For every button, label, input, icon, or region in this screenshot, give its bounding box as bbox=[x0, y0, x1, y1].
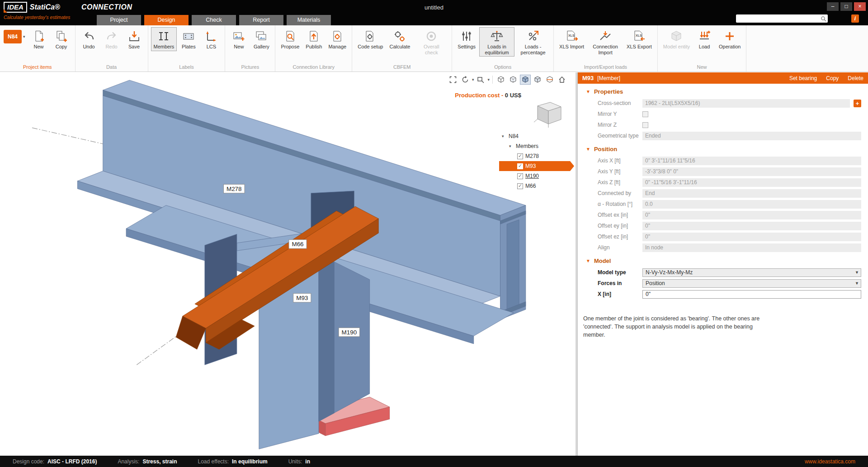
minimize-button[interactable]: – bbox=[827, 2, 839, 11]
tab-check[interactable]: Check bbox=[192, 15, 236, 25]
xls-import-button[interactable]: XLS XLS Import bbox=[557, 27, 587, 51]
section-view-button[interactable] bbox=[544, 75, 555, 85]
model-type-dropdown[interactable]: N-Vy-Vz-Mx-My-Mz▼ bbox=[642, 268, 861, 277]
visibility-checkbox[interactable] bbox=[517, 153, 523, 159]
copy-project-item-button[interactable]: Copy bbox=[51, 27, 72, 51]
visibility-checkbox[interactable] bbox=[517, 163, 523, 169]
chevron-down-icon[interactable]: ▾ bbox=[23, 34, 25, 39]
member-label-m93[interactable]: M93 bbox=[293, 293, 311, 302]
forces-in-dropdown[interactable]: Position▼ bbox=[642, 279, 861, 288]
button-label: Operation bbox=[719, 44, 741, 50]
tree-node-n84[interactable]: ▾ N84 bbox=[499, 131, 574, 141]
collapse-icon[interactable]: ▾ bbox=[502, 134, 506, 138]
view-solid-button[interactable] bbox=[520, 75, 531, 85]
tree-item-m93[interactable]: M93 bbox=[499, 161, 574, 171]
view-wireframe-button[interactable] bbox=[495, 75, 506, 85]
publish-button[interactable]: Publish bbox=[303, 27, 325, 51]
tab-report[interactable]: Report bbox=[239, 15, 283, 25]
tree-item-m190[interactable]: M190 bbox=[499, 171, 574, 181]
collapse-icon[interactable]: ▼ bbox=[586, 89, 590, 94]
status-label: Design code: bbox=[13, 458, 44, 465]
view-solid-icon bbox=[521, 76, 529, 84]
button-label: Load bbox=[699, 44, 710, 50]
tab-project[interactable]: Project bbox=[97, 15, 141, 25]
field-label: Axis Y [ft] bbox=[598, 168, 642, 175]
statusbar: Design code: AISC - LRFD (2016) Analysis… bbox=[0, 456, 868, 467]
calculate-button[interactable]: Calculate bbox=[387, 27, 413, 51]
tab-design[interactable]: Design bbox=[144, 15, 189, 25]
add-cross-section-button[interactable]: + bbox=[854, 100, 861, 107]
collapse-icon[interactable]: ▼ bbox=[586, 258, 590, 263]
home-view-button[interactable] bbox=[557, 75, 567, 85]
new-picture-icon bbox=[232, 29, 245, 43]
gallery-button[interactable]: Gallery bbox=[250, 27, 272, 51]
lcs-labels-toggle[interactable]: LCS bbox=[200, 27, 222, 51]
fit-view-button[interactable] bbox=[448, 75, 458, 85]
rotation-row: α - Rotation [°] 0.0 bbox=[578, 199, 868, 210]
collapse-icon[interactable]: ▾ bbox=[509, 144, 514, 148]
maximize-button[interactable]: □ bbox=[840, 2, 852, 11]
connection-import-icon bbox=[599, 29, 612, 43]
search-input[interactable] bbox=[736, 16, 821, 21]
zoom-window-dropdown-icon[interactable]: ▾ bbox=[487, 77, 490, 82]
member-label-m278[interactable]: M278 bbox=[224, 184, 245, 193]
tree-item-m66[interactable]: M66 bbox=[499, 181, 574, 191]
tree-node-members[interactable]: ▾ Members bbox=[499, 141, 574, 151]
new-picture-button[interactable]: New bbox=[228, 27, 250, 51]
3d-model-canvas[interactable]: M278 M66 M93 M190 bbox=[0, 72, 576, 456]
new-project-item-button[interactable]: New bbox=[28, 27, 50, 51]
button-label: Connection Import bbox=[590, 44, 620, 55]
members-labels-toggle[interactable]: Members bbox=[151, 27, 177, 51]
viewport-3d[interactable]: M278 M66 M93 M190 bbox=[0, 72, 576, 456]
visibility-checkbox[interactable] bbox=[517, 183, 523, 189]
zoom-window-button[interactable] bbox=[475, 75, 486, 85]
close-button[interactable]: × bbox=[854, 2, 866, 11]
collapse-icon[interactable]: ▼ bbox=[586, 147, 590, 152]
visibility-checkbox[interactable] bbox=[517, 173, 523, 179]
section-position[interactable]: ▼ Position bbox=[578, 143, 868, 155]
design-code-status: Design code: AISC - LRFD (2016) bbox=[13, 458, 97, 465]
manage-button[interactable]: Manage bbox=[326, 27, 349, 51]
settings-button[interactable]: Settings bbox=[455, 27, 478, 51]
overall-check-icon bbox=[425, 29, 438, 43]
tab-materials[interactable]: Materials bbox=[287, 15, 331, 25]
viewport-toolbar: ▾ ▾ bbox=[448, 75, 567, 85]
tree-node-label: Members bbox=[516, 143, 538, 149]
orbit-dropdown-icon[interactable]: ▾ bbox=[472, 77, 474, 82]
section-model[interactable]: ▼ Model bbox=[578, 255, 868, 267]
group-label: Data bbox=[78, 63, 145, 71]
undo-button[interactable]: Undo bbox=[78, 27, 100, 51]
member-properties-panel: M93 [Member] Set bearing Copy Delete ▼ P… bbox=[577, 72, 868, 456]
redo-icon bbox=[105, 29, 118, 43]
code-setup-button[interactable]: Code setup bbox=[355, 27, 386, 51]
loads-in-equilibrium-toggle[interactable]: Loads in equilibrium bbox=[479, 27, 514, 57]
xls-export-button[interactable]: XLS XLS Export bbox=[624, 27, 655, 51]
info-icon[interactable]: i bbox=[851, 14, 859, 23]
members-tree: ▾ N84 ▾ Members M278 M93 M190 bbox=[499, 131, 574, 191]
website-link[interactable]: www.ideastatica.com bbox=[805, 458, 855, 465]
view-transparent-button[interactable] bbox=[532, 75, 543, 85]
copy-member-button[interactable]: Copy bbox=[826, 75, 839, 81]
tree-item-m278[interactable]: M278 bbox=[499, 151, 574, 161]
view-hidden-lines-button[interactable] bbox=[508, 75, 519, 85]
propose-button[interactable]: Propose bbox=[278, 27, 302, 51]
current-project-item-button[interactable]: N84 bbox=[4, 30, 22, 43]
delete-member-button[interactable]: Delete bbox=[848, 75, 863, 81]
mirror-y-checkbox[interactable] bbox=[642, 111, 648, 117]
status-value: in bbox=[305, 458, 310, 465]
section-properties[interactable]: ▼ Properties bbox=[578, 86, 868, 98]
plates-labels-toggle[interactable]: Plates bbox=[178, 27, 199, 51]
member-label-m66[interactable]: M66 bbox=[289, 240, 307, 249]
loads-percentage-toggle[interactable]: Loads - percentage bbox=[515, 27, 551, 57]
button-label: Loads in equilibrium bbox=[482, 44, 512, 55]
new-load-button[interactable]: Load bbox=[693, 27, 715, 51]
orbit-button[interactable] bbox=[460, 75, 471, 85]
view-cube[interactable] bbox=[532, 99, 566, 129]
mirror-z-checkbox[interactable] bbox=[642, 122, 648, 128]
x-position-input[interactable]: 0" bbox=[642, 290, 861, 299]
connection-import-button[interactable]: Connection Import bbox=[588, 27, 623, 57]
set-bearing-button[interactable]: Set bearing bbox=[789, 75, 817, 81]
new-operation-button[interactable]: Operation bbox=[716, 27, 743, 51]
member-label-m190[interactable]: M190 bbox=[339, 328, 360, 337]
save-button[interactable]: Save bbox=[123, 27, 145, 51]
